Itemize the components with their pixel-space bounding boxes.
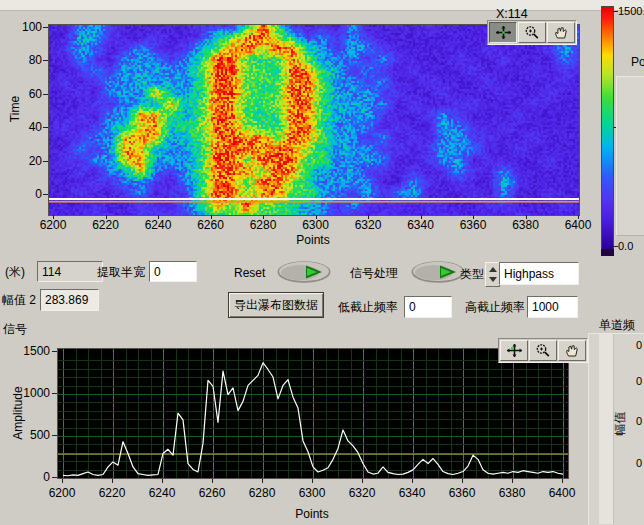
meters-indicator[interactable] (37, 261, 103, 282)
amplitude2-indicator[interactable] (40, 289, 99, 311)
filter-type-spinner[interactable] (485, 262, 500, 287)
reset-label: Reset (234, 266, 265, 280)
x-tick-label: 6380 (490, 486, 534, 500)
x-tick-label: 6400 (540, 486, 584, 500)
color-scale-bar[interactable] (601, 6, 614, 250)
front-panel: Time X:114 Points 1500.0 (0, 0, 644, 525)
cursor-tool-button[interactable] (489, 22, 517, 43)
y-tick (43, 94, 48, 95)
x-tick-label: 6260 (189, 218, 233, 232)
x-tick-label: 6300 (290, 486, 334, 500)
y-tick-label: 1000 (20, 386, 50, 400)
x-tick-label: 6400 (556, 218, 600, 232)
y-tick (52, 393, 57, 394)
y-tick (43, 161, 48, 162)
magnifier-icon (535, 343, 552, 358)
x-tick-label: 6360 (451, 218, 495, 232)
x-tick (462, 479, 463, 483)
x-tick (362, 479, 363, 483)
export-waterfall-button[interactable]: 导出瀑布图数据 (228, 292, 324, 318)
y-tick (43, 127, 48, 128)
y-tick (43, 60, 48, 61)
x-tick (562, 479, 563, 483)
y-tick-label: 0 (12, 187, 42, 201)
color-scale-underflow-block (601, 249, 614, 256)
x-tick-label: 6220 (84, 218, 128, 232)
x-tick-label: 6260 (190, 486, 234, 500)
right-panel-axis-label: 幅值 (612, 406, 629, 442)
signal-processing-label: 信号处理 (350, 265, 398, 282)
toggle-icon (410, 260, 466, 284)
x-tick-label: 6340 (390, 486, 434, 500)
low-cutoff-input[interactable] (404, 296, 452, 318)
x-tick-label: 6240 (136, 218, 180, 232)
x-tick-label: 6280 (240, 486, 284, 500)
signal-processing-toggle-button[interactable] (410, 260, 466, 288)
right-panel-tick-label: 0 (636, 415, 642, 427)
high-cutoff-label: 高截止频率 (465, 299, 525, 316)
zoom-tool-button[interactable] (529, 340, 557, 361)
cursor-tool-button[interactable] (500, 340, 528, 361)
cursor-readout: X:114 (496, 7, 528, 21)
y-tick-label: 100 (12, 20, 42, 34)
x-tick-label: 6380 (504, 218, 548, 232)
right-panel-tick-label: 0 (636, 457, 642, 469)
x-tick (112, 479, 113, 483)
x-tick-label: 6360 (440, 486, 484, 500)
high-cutoff-input[interactable] (527, 296, 578, 318)
right-panel-tick-label: 0 (636, 375, 642, 387)
y-tick-label: 80 (12, 53, 42, 67)
zoom-tool-button[interactable] (518, 22, 546, 43)
x-tick-label: 6280 (241, 218, 285, 232)
y-tick-label: 40 (12, 120, 42, 134)
pan-tool-button[interactable] (547, 22, 575, 43)
spinner-down-icon (489, 277, 497, 282)
half-width-input[interactable] (149, 261, 197, 282)
spectrogram-graph-palette (487, 20, 577, 45)
spectrogram-plot[interactable] (48, 24, 580, 216)
x-tick-label: 6220 (90, 486, 134, 500)
hand-icon (564, 343, 581, 358)
hand-icon (553, 25, 570, 40)
waveform-graph-palette (498, 338, 588, 363)
y-tick (52, 351, 57, 352)
reset-toggle-button[interactable] (276, 260, 332, 288)
y-tick-label: 0 (20, 470, 50, 484)
waveform-plot[interactable] (57, 348, 569, 479)
y-tick (43, 27, 48, 28)
color-scale-min-label: 0.0 (618, 240, 633, 252)
y-tick (52, 435, 57, 436)
x-tick (212, 479, 213, 483)
low-cutoff-label: 低截止频率 (338, 299, 398, 316)
half-width-label: 提取半宽 (97, 264, 145, 281)
x-tick-label: 6200 (31, 218, 75, 232)
x-tick-label: 6300 (294, 218, 338, 232)
right-panel-tick-label: 0 (636, 339, 642, 351)
x-tick (262, 479, 263, 483)
spinner-up-icon (489, 267, 497, 272)
crosshair-icon (506, 343, 523, 358)
x-tick (412, 479, 413, 483)
pan-tool-button[interactable] (558, 340, 586, 361)
filter-type-label: 类型 (460, 266, 484, 283)
crosshair-icon (495, 25, 512, 40)
top-strip (0, 0, 644, 11)
x-tick (312, 479, 313, 483)
color-scale-max-label: 1500.0 (618, 5, 644, 17)
x-tick (512, 479, 513, 483)
y-tick-label: 60 (12, 87, 42, 101)
y-tick (43, 194, 48, 195)
y-tick-label: 500 (20, 428, 50, 442)
x-tick (62, 479, 63, 483)
spectrogram-x-axis-label: Points (48, 233, 578, 247)
magnifier-icon (524, 25, 541, 40)
waveform-x-axis-label: Points (57, 507, 567, 521)
y-tick-label: 1500 (20, 344, 50, 358)
x-tick-label: 6240 (140, 486, 184, 500)
filter-type-value[interactable] (499, 262, 579, 285)
meters-label: (米) (5, 264, 25, 281)
y-tick (52, 477, 57, 478)
toggle-icon (276, 260, 332, 284)
x-tick-label: 6340 (399, 218, 443, 232)
signal-section-label: 信号 (3, 321, 27, 338)
